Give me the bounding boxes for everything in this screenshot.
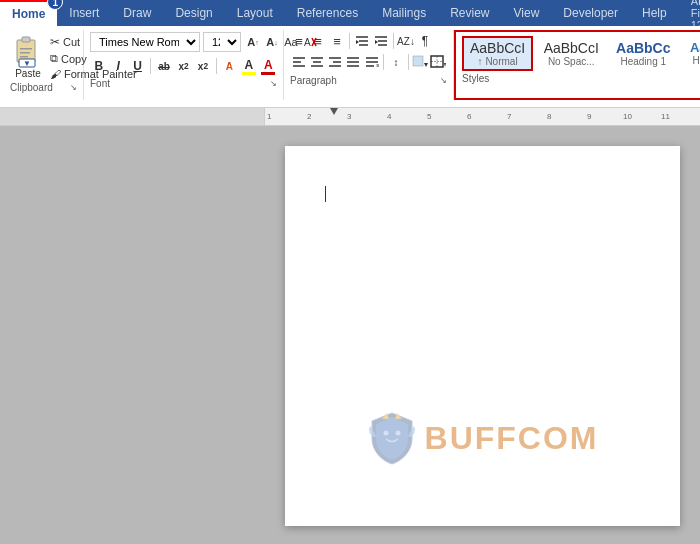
tab-home-label: Home <box>12 7 45 21</box>
paragraph-group: ≡ ≡ ≡ AZ↓ ¶ <box>284 30 454 100</box>
font-name-select[interactable]: Times New Roman <box>90 32 200 52</box>
decrease-indent-button[interactable] <box>353 32 371 50</box>
numbering-button[interactable]: ≡ <box>309 32 327 50</box>
svg-marker-39 <box>444 63 446 67</box>
italic-button[interactable]: I <box>109 56 126 76</box>
tab-design-label: Design <box>175 6 212 20</box>
show-marks-button[interactable]: ¶ <box>416 32 434 50</box>
highlight-color-button[interactable]: A <box>240 55 257 77</box>
text-cursor <box>325 186 326 202</box>
distributed-button[interactable]: ≡ <box>363 53 380 71</box>
style-heading2[interactable]: AaBbCc Heading 2 <box>681 38 700 68</box>
svg-text:▼: ▼ <box>23 59 31 68</box>
tab-help[interactable]: Help <box>630 0 679 26</box>
document-page[interactable]: BUFFCOM <box>285 146 680 526</box>
style-heading1[interactable]: AaBbCc Heading 1 <box>609 38 677 69</box>
subscript-button[interactable]: x2 <box>175 56 192 76</box>
para-row1: ≡ ≡ ≡ AZ↓ ¶ <box>290 32 447 50</box>
tab-design[interactable]: Design <box>163 0 224 26</box>
font-size-select[interactable]: 12 <box>203 32 241 52</box>
style-heading2-text: AaBbCc <box>687 40 700 55</box>
divider-para-4 <box>408 54 409 70</box>
ruler: 1 2 3 4 5 6 7 8 9 10 11 <box>0 108 700 126</box>
underline-button[interactable]: U <box>129 56 146 76</box>
svg-rect-4 <box>20 56 28 58</box>
tab-view[interactable]: View <box>502 0 552 26</box>
svg-rect-34 <box>413 56 423 66</box>
clipboard-label: Clipboard <box>10 82 53 93</box>
tab-developer[interactable]: Developer <box>551 0 630 26</box>
shrink-font-button[interactable]: A↓ <box>263 33 281 51</box>
tab-insert[interactable]: Insert <box>57 0 111 26</box>
watermark-text: BUFFCOM <box>425 420 599 457</box>
svg-text:≡: ≡ <box>376 62 379 68</box>
align-center-button[interactable] <box>308 53 325 71</box>
tab-home[interactable]: Home 1 <box>0 0 57 26</box>
paste-button[interactable]: ▼ Paste <box>10 32 46 81</box>
document-page-area: BUFFCOM <box>265 126 700 544</box>
font-expand-icon[interactable]: ↘ <box>270 79 277 88</box>
strikethrough-button[interactable]: ab <box>155 56 172 76</box>
font-group: Times New Roman 12 A↑ A↓ Aa A <box>84 30 284 100</box>
tab-layout[interactable]: Layout <box>225 0 285 26</box>
tab-abbyy-label: ABBYY FineReader 12 <box>691 0 700 31</box>
tab-draw[interactable]: Draw <box>111 0 163 26</box>
tab-abbyy[interactable]: ABBYY FineReader 12 <box>679 0 700 26</box>
align-left-button[interactable] <box>290 53 307 71</box>
style-no-spacing[interactable]: AaBbCcI No Spac... <box>537 38 605 69</box>
tab-mailings-label: Mailings <box>382 6 426 20</box>
svg-rect-3 <box>20 52 30 54</box>
cut-icon: ✂ <box>50 35 60 49</box>
tab-layout-label: Layout <box>237 6 273 20</box>
styles-group: AaBbCcI ↑ Normal AaBbCcI No Spac... AaBb… <box>454 30 700 100</box>
font-color-indicator: A <box>261 58 275 75</box>
svg-marker-13 <box>356 40 359 44</box>
paragraph-group-bottom: Paragraph ↘ <box>290 74 447 86</box>
paragraph-label: Paragraph <box>290 75 337 86</box>
grow-font-button[interactable]: A↑ <box>244 33 262 51</box>
watermark: BUFFCOM <box>367 411 599 466</box>
divider-2 <box>216 58 217 74</box>
font-label: Font <box>90 78 110 89</box>
increase-indent-button[interactable] <box>372 32 390 50</box>
svg-marker-35 <box>424 63 428 67</box>
tab-help-label: Help <box>642 6 667 20</box>
superscript-button[interactable]: x2 <box>194 56 211 76</box>
font-color-button[interactable]: A <box>260 56 277 76</box>
copy-label: Copy <box>61 53 87 65</box>
paragraph-expand-icon[interactable]: ↘ <box>440 76 447 85</box>
style-no-spacing-text: AaBbCcI <box>543 40 599 56</box>
text-effects-button[interactable]: A <box>221 56 238 76</box>
paste-label: Paste <box>15 68 41 79</box>
sort-button[interactable]: AZ↓ <box>397 32 415 50</box>
paste-icon: ▼ <box>13 34 43 68</box>
tab-references[interactable]: References <box>285 0 370 26</box>
ribbon: ▼ Paste ✂ Cut ⧉ Copy 🖌 <box>0 26 700 108</box>
divider-1 <box>150 58 151 74</box>
tab-insert-label: Insert <box>69 6 99 20</box>
document-area: BUFFCOM <box>0 126 700 544</box>
styles-group-bottom: Styles ↘ <box>462 72 700 84</box>
align-right-button[interactable] <box>327 53 344 71</box>
divider-para-2 <box>393 33 394 49</box>
tab-mailings[interactable]: Mailings <box>370 0 438 26</box>
copy-icon: ⧉ <box>50 52 58 65</box>
para-row2: ≡ ↕ <box>290 53 447 71</box>
clipboard-expand-icon[interactable]: ↘ <box>70 83 77 92</box>
styles-content: AaBbCcI ↑ Normal AaBbCcI No Spac... AaBb… <box>462 34 700 72</box>
bold-button[interactable]: B <box>90 56 107 76</box>
shading-button[interactable] <box>412 53 429 71</box>
borders-button[interactable] <box>430 53 447 71</box>
justify-button[interactable] <box>345 53 362 71</box>
bullets-button[interactable]: ≡ <box>290 32 308 50</box>
tab-review[interactable]: Review <box>438 0 501 26</box>
multilevel-list-button[interactable]: ≡ <box>328 32 346 50</box>
svg-point-40 <box>383 431 388 436</box>
divider-para-1 <box>349 33 350 49</box>
tab-references-label: References <box>297 6 358 20</box>
style-heading1-text: AaBbCc <box>615 40 671 56</box>
line-spacing-button[interactable]: ↕ <box>387 53 404 71</box>
font-group-bottom: Font ↘ <box>90 77 277 89</box>
tab-draw-label: Draw <box>123 6 151 20</box>
style-normal[interactable]: AaBbCcI ↑ Normal <box>462 36 533 71</box>
